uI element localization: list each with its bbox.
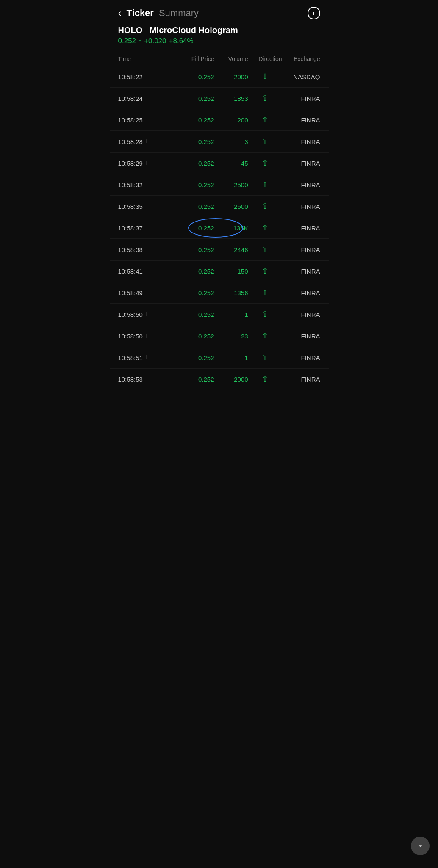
cell-direction: ⇧ xyxy=(248,374,282,384)
cell-volume: 2000 xyxy=(214,376,248,383)
direction-up-icon: ⇧ xyxy=(262,374,268,384)
cell-time: 10:58:51 I xyxy=(118,354,173,361)
cell-direction: ⇧ xyxy=(248,288,282,297)
header-summary-label: Summary xyxy=(159,8,199,19)
cell-time: 10:58:50 I xyxy=(118,311,173,318)
cell-fill-price: 0.252 xyxy=(173,73,214,80)
cell-fill-price: 0.252 xyxy=(173,354,214,361)
cell-exchange: FINRA xyxy=(282,116,320,124)
stock-change-pct: +8.64% xyxy=(169,37,194,45)
direction-up-icon: ⇧ xyxy=(262,288,268,297)
cell-fill-price: 0.252 xyxy=(173,181,214,189)
table-row: 10:58:25 0.252 200 ⇧ FINRA xyxy=(110,109,329,131)
cell-exchange: FINRA xyxy=(282,181,320,189)
cell-direction: ⇧ xyxy=(248,115,282,125)
cell-exchange: FINRA xyxy=(282,311,320,318)
cell-exchange: FINRA xyxy=(282,160,320,167)
cell-volume: 135K xyxy=(214,225,248,232)
cell-direction: ⇧ xyxy=(248,202,282,211)
table-row: 10:58:53 0.252 2000 ⇧ FINRA xyxy=(110,369,329,390)
cell-direction: ⇧ xyxy=(248,180,282,189)
direction-up-icon: ⇧ xyxy=(262,353,268,362)
cell-exchange: FINRA xyxy=(282,333,320,340)
table-row: 10:58:35 0.252 2500 ⇧ FINRA xyxy=(110,196,329,217)
cell-exchange: FINRA xyxy=(282,268,320,275)
table-row: 10:58:51 I 0.252 1 ⇧ FINRA xyxy=(110,347,329,369)
table-row: 10:58:50 I 0.252 23 ⇧ FINRA xyxy=(110,325,329,347)
cell-direction: ⇧ xyxy=(248,266,282,276)
col-header-fill-price: Fill Price xyxy=(173,55,214,62)
cell-direction: ⇧ xyxy=(248,310,282,319)
stock-company-name: MicroCloud Hologram xyxy=(150,25,238,35)
cell-time: 10:58:28 I xyxy=(118,138,173,145)
cell-volume: 150 xyxy=(214,268,248,275)
cell-fill-price: 0.252 xyxy=(173,160,214,167)
cell-volume: 1356 xyxy=(214,289,248,297)
cell-exchange: FINRA xyxy=(282,138,320,145)
cell-exchange: FINRA xyxy=(282,376,320,383)
cell-volume: 2500 xyxy=(214,203,248,210)
cell-fill-price: 0.252 xyxy=(173,225,214,232)
direction-up-icon: ⇧ xyxy=(262,245,268,254)
table-row: 10:58:50 I 0.252 1 ⇧ FINRA xyxy=(110,304,329,325)
cell-exchange: FINRA xyxy=(282,95,320,102)
cell-volume: 2500 xyxy=(214,181,248,189)
cell-time: 10:58:25 xyxy=(118,116,173,124)
direction-up-icon: ⇧ xyxy=(262,115,268,125)
cell-direction: ⇧ xyxy=(248,223,282,233)
cell-fill-price: 0.252 xyxy=(173,95,214,102)
direction-up-icon: ⇧ xyxy=(262,331,268,341)
cell-fill-price: 0.252 xyxy=(173,333,214,340)
cell-time: 10:58:22 xyxy=(118,73,173,80)
direction-up-icon: ⇧ xyxy=(262,223,268,233)
stock-symbol: HOLO xyxy=(118,25,143,35)
cell-exchange: FINRA xyxy=(282,289,320,297)
direction-up-icon: ⇧ xyxy=(262,266,268,276)
table-row: 10:58:49 0.252 1356 ⇧ FINRA xyxy=(110,282,329,304)
table-row: 10:58:41 0.252 150 ⇧ FINRA xyxy=(110,261,329,282)
col-header-volume: Volume xyxy=(214,55,248,62)
stock-price: 0.252 xyxy=(118,37,136,45)
table-header: Time Fill Price Volume Direction Exchang… xyxy=(110,52,329,66)
cell-volume: 23 xyxy=(214,333,248,340)
col-header-time: Time xyxy=(118,55,173,62)
cell-direction: ⇧ xyxy=(248,331,282,341)
cell-exchange: FINRA xyxy=(282,225,320,232)
direction-down-icon: ⇩ xyxy=(262,72,268,81)
direction-up-icon: ⇧ xyxy=(262,158,268,168)
cell-direction: ⇧ xyxy=(248,245,282,254)
cell-volume: 1 xyxy=(214,311,248,318)
cell-volume: 45 xyxy=(214,160,248,167)
cell-fill-price: 0.252 xyxy=(173,246,214,253)
cell-volume: 2000 xyxy=(214,73,248,80)
table-row: 10:58:29 I 0.252 45 ⇧ FINRA xyxy=(110,153,329,174)
cell-time: 10:58:41 xyxy=(118,268,173,275)
back-button[interactable]: ‹ xyxy=(118,7,122,19)
stock-price-row: 0.252 ↑ +0.020 +8.64% xyxy=(118,37,320,45)
cell-time: 10:58:38 xyxy=(118,246,173,253)
header: ‹ Ticker Summary i xyxy=(110,0,329,24)
info-button[interactable]: i xyxy=(308,7,320,19)
direction-up-icon: ⇧ xyxy=(262,202,268,211)
cell-time: 10:58:24 xyxy=(118,95,173,102)
stock-change: +0.020 xyxy=(144,37,166,45)
cell-exchange: FINRA xyxy=(282,354,320,361)
cell-time: 10:58:50 I xyxy=(118,333,173,340)
table-row: 10:58:32 0.252 2500 ⇧ FINRA xyxy=(110,174,329,196)
cell-time: 10:58:35 xyxy=(118,203,173,210)
cell-time: 10:58:49 xyxy=(118,289,173,297)
cell-time: 10:58:32 xyxy=(118,181,173,189)
cell-fill-price: 0.252 xyxy=(173,138,214,145)
cell-fill-price: 0.252 xyxy=(173,203,214,210)
cell-time: 10:58:37 xyxy=(118,225,173,232)
cell-exchange: NASDAQ xyxy=(282,73,320,80)
cell-fill-price: 0.252 xyxy=(173,116,214,124)
direction-up-icon: ⇧ xyxy=(262,94,268,103)
col-header-exchange: Exchange xyxy=(282,55,320,62)
cell-exchange: FINRA xyxy=(282,203,320,210)
stock-info: HOLO MicroCloud Hologram 0.252 ↑ +0.020 … xyxy=(110,24,329,50)
cell-volume: 1853 xyxy=(214,95,248,102)
table-row: 10:58:22 0.252 2000 ⇩ NASDAQ xyxy=(110,66,329,88)
cell-direction: ⇧ xyxy=(248,158,282,168)
stock-symbol-name: HOLO MicroCloud Hologram xyxy=(118,25,320,35)
